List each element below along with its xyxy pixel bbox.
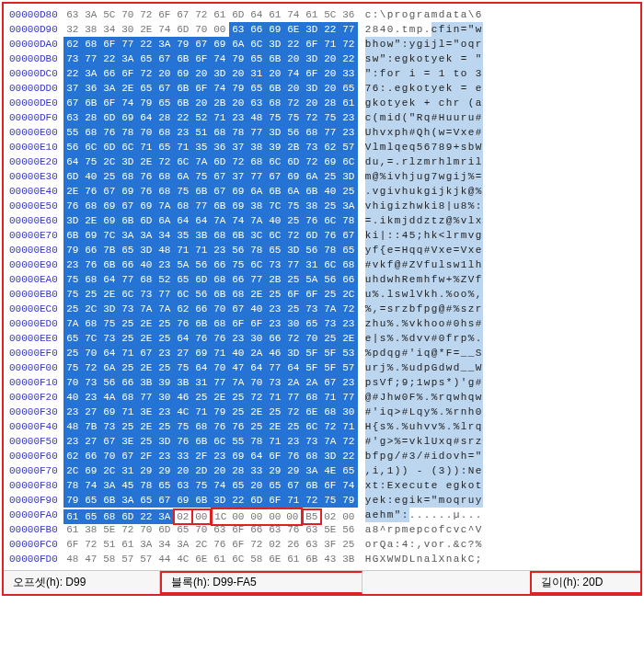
status-bar: 오프셋(h): D99 블록(h): D99-FA5 길이(h): 20D	[4, 570, 640, 594]
hex-viewer: 00000D8000000D9000000DA000000DB000000DC0…	[4, 4, 640, 570]
ascii-column[interactable]: c:\programdata\62840.tmp.cfin="wbhow":yg…	[360, 4, 487, 570]
status-offset: 오프셋(h): D99	[4, 571, 160, 594]
hex-viewer-frame: 00000D8000000D9000000DA000000DB000000DC0…	[2, 2, 642, 596]
hex-column[interactable]: 633A5C70726F6772616D646174615C3632383430…	[62, 4, 360, 570]
status-length: 길이(h): 20D	[530, 571, 640, 594]
offset-column: 00000D8000000D9000000DA000000DB000000DC0…	[4, 4, 62, 570]
status-block: 블록(h): D99-FA5	[160, 571, 362, 594]
